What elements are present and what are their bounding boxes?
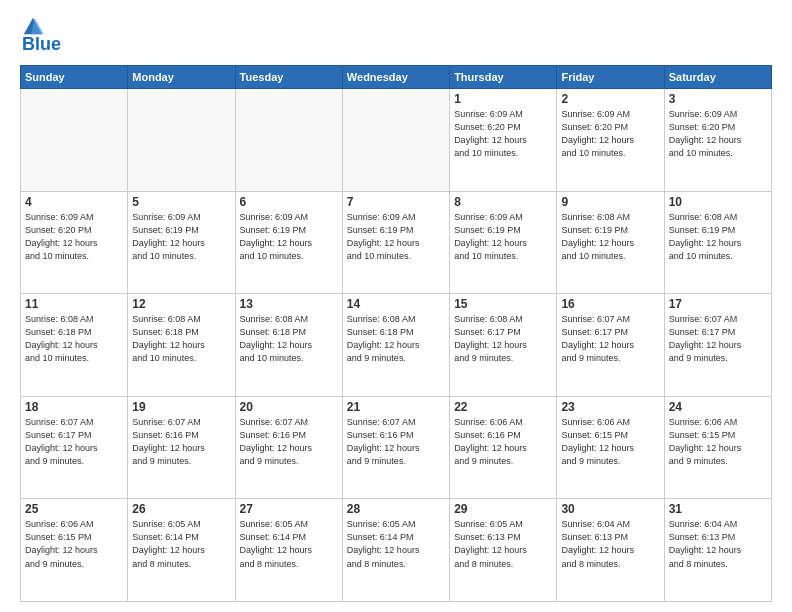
weekday-header: Wednesday [342, 66, 449, 89]
calendar-day: 10Sunrise: 6:08 AM Sunset: 6:19 PM Dayli… [664, 191, 771, 294]
day-info: Sunrise: 6:07 AM Sunset: 6:16 PM Dayligh… [132, 416, 230, 468]
day-info: Sunrise: 6:09 AM Sunset: 6:19 PM Dayligh… [454, 211, 552, 263]
day-number: 1 [454, 92, 552, 106]
day-number: 2 [561, 92, 659, 106]
day-number: 13 [240, 297, 338, 311]
day-info: Sunrise: 6:08 AM Sunset: 6:19 PM Dayligh… [561, 211, 659, 263]
day-number: 25 [25, 502, 123, 516]
calendar-day: 25Sunrise: 6:06 AM Sunset: 6:15 PM Dayli… [21, 499, 128, 602]
calendar-day: 26Sunrise: 6:05 AM Sunset: 6:14 PM Dayli… [128, 499, 235, 602]
weekday-header: Tuesday [235, 66, 342, 89]
day-info: Sunrise: 6:08 AM Sunset: 6:17 PM Dayligh… [454, 313, 552, 365]
calendar-week: 1Sunrise: 6:09 AM Sunset: 6:20 PM Daylig… [21, 89, 772, 192]
calendar-day: 28Sunrise: 6:05 AM Sunset: 6:14 PM Dayli… [342, 499, 449, 602]
calendar-week: 4Sunrise: 6:09 AM Sunset: 6:20 PM Daylig… [21, 191, 772, 294]
calendar-day: 13Sunrise: 6:08 AM Sunset: 6:18 PM Dayli… [235, 294, 342, 397]
day-number: 17 [669, 297, 767, 311]
calendar-header: SundayMondayTuesdayWednesdayThursdayFrid… [21, 66, 772, 89]
calendar-day [128, 89, 235, 192]
calendar-day [235, 89, 342, 192]
weekday-header: Saturday [664, 66, 771, 89]
calendar-day: 19Sunrise: 6:07 AM Sunset: 6:16 PM Dayli… [128, 396, 235, 499]
calendar-day [21, 89, 128, 192]
day-info: Sunrise: 6:07 AM Sunset: 6:16 PM Dayligh… [347, 416, 445, 468]
calendar-day: 9Sunrise: 6:08 AM Sunset: 6:19 PM Daylig… [557, 191, 664, 294]
day-info: Sunrise: 6:05 AM Sunset: 6:13 PM Dayligh… [454, 518, 552, 570]
calendar-day: 18Sunrise: 6:07 AM Sunset: 6:17 PM Dayli… [21, 396, 128, 499]
calendar-day: 31Sunrise: 6:04 AM Sunset: 6:13 PM Dayli… [664, 499, 771, 602]
day-info: Sunrise: 6:08 AM Sunset: 6:18 PM Dayligh… [240, 313, 338, 365]
day-number: 18 [25, 400, 123, 414]
header: Blue [20, 16, 772, 55]
calendar-day: 4Sunrise: 6:09 AM Sunset: 6:20 PM Daylig… [21, 191, 128, 294]
calendar-week: 25Sunrise: 6:06 AM Sunset: 6:15 PM Dayli… [21, 499, 772, 602]
day-info: Sunrise: 6:06 AM Sunset: 6:15 PM Dayligh… [561, 416, 659, 468]
day-info: Sunrise: 6:07 AM Sunset: 6:17 PM Dayligh… [561, 313, 659, 365]
weekday-header: Thursday [450, 66, 557, 89]
day-number: 4 [25, 195, 123, 209]
day-number: 14 [347, 297, 445, 311]
day-info: Sunrise: 6:09 AM Sunset: 6:20 PM Dayligh… [561, 108, 659, 160]
day-info: Sunrise: 6:04 AM Sunset: 6:13 PM Dayligh… [561, 518, 659, 570]
day-number: 7 [347, 195, 445, 209]
calendar-day: 12Sunrise: 6:08 AM Sunset: 6:18 PM Dayli… [128, 294, 235, 397]
day-number: 15 [454, 297, 552, 311]
day-info: Sunrise: 6:09 AM Sunset: 6:19 PM Dayligh… [347, 211, 445, 263]
day-info: Sunrise: 6:08 AM Sunset: 6:18 PM Dayligh… [132, 313, 230, 365]
day-number: 31 [669, 502, 767, 516]
calendar-day: 11Sunrise: 6:08 AM Sunset: 6:18 PM Dayli… [21, 294, 128, 397]
calendar-day: 29Sunrise: 6:05 AM Sunset: 6:13 PM Dayli… [450, 499, 557, 602]
day-number: 6 [240, 195, 338, 209]
calendar-day: 7Sunrise: 6:09 AM Sunset: 6:19 PM Daylig… [342, 191, 449, 294]
calendar-day: 30Sunrise: 6:04 AM Sunset: 6:13 PM Dayli… [557, 499, 664, 602]
calendar-day: 6Sunrise: 6:09 AM Sunset: 6:19 PM Daylig… [235, 191, 342, 294]
calendar-week: 18Sunrise: 6:07 AM Sunset: 6:17 PM Dayli… [21, 396, 772, 499]
calendar-day [342, 89, 449, 192]
weekday-header: Friday [557, 66, 664, 89]
day-number: 8 [454, 195, 552, 209]
day-number: 24 [669, 400, 767, 414]
calendar-day: 2Sunrise: 6:09 AM Sunset: 6:20 PM Daylig… [557, 89, 664, 192]
day-info: Sunrise: 6:08 AM Sunset: 6:19 PM Dayligh… [669, 211, 767, 263]
day-number: 29 [454, 502, 552, 516]
day-number: 5 [132, 195, 230, 209]
calendar-day: 14Sunrise: 6:08 AM Sunset: 6:18 PM Dayli… [342, 294, 449, 397]
calendar-table: SundayMondayTuesdayWednesdayThursdayFrid… [20, 65, 772, 602]
weekday-header: Sunday [21, 66, 128, 89]
calendar-day: 21Sunrise: 6:07 AM Sunset: 6:16 PM Dayli… [342, 396, 449, 499]
calendar-day: 15Sunrise: 6:08 AM Sunset: 6:17 PM Dayli… [450, 294, 557, 397]
day-number: 12 [132, 297, 230, 311]
calendar-day: 8Sunrise: 6:09 AM Sunset: 6:19 PM Daylig… [450, 191, 557, 294]
day-info: Sunrise: 6:05 AM Sunset: 6:14 PM Dayligh… [347, 518, 445, 570]
calendar-day: 3Sunrise: 6:09 AM Sunset: 6:20 PM Daylig… [664, 89, 771, 192]
calendar-day: 5Sunrise: 6:09 AM Sunset: 6:19 PM Daylig… [128, 191, 235, 294]
day-number: 23 [561, 400, 659, 414]
day-info: Sunrise: 6:09 AM Sunset: 6:20 PM Dayligh… [454, 108, 552, 160]
day-number: 30 [561, 502, 659, 516]
logo-blue: Blue [22, 34, 61, 55]
day-number: 16 [561, 297, 659, 311]
day-number: 3 [669, 92, 767, 106]
day-info: Sunrise: 6:09 AM Sunset: 6:19 PM Dayligh… [132, 211, 230, 263]
day-info: Sunrise: 6:08 AM Sunset: 6:18 PM Dayligh… [25, 313, 123, 365]
day-number: 11 [25, 297, 123, 311]
calendar-page: Blue SundayMondayTuesdayWednesdayThursda… [0, 0, 792, 612]
day-info: Sunrise: 6:08 AM Sunset: 6:18 PM Dayligh… [347, 313, 445, 365]
day-info: Sunrise: 6:07 AM Sunset: 6:17 PM Dayligh… [25, 416, 123, 468]
day-info: Sunrise: 6:09 AM Sunset: 6:20 PM Dayligh… [669, 108, 767, 160]
day-info: Sunrise: 6:06 AM Sunset: 6:15 PM Dayligh… [669, 416, 767, 468]
day-number: 28 [347, 502, 445, 516]
calendar-body: 1Sunrise: 6:09 AM Sunset: 6:20 PM Daylig… [21, 89, 772, 602]
calendar-day: 20Sunrise: 6:07 AM Sunset: 6:16 PM Dayli… [235, 396, 342, 499]
day-info: Sunrise: 6:05 AM Sunset: 6:14 PM Dayligh… [240, 518, 338, 570]
weekday-row: SundayMondayTuesdayWednesdayThursdayFrid… [21, 66, 772, 89]
calendar-day: 27Sunrise: 6:05 AM Sunset: 6:14 PM Dayli… [235, 499, 342, 602]
calendar-day: 24Sunrise: 6:06 AM Sunset: 6:15 PM Dayli… [664, 396, 771, 499]
day-number: 20 [240, 400, 338, 414]
calendar-day: 1Sunrise: 6:09 AM Sunset: 6:20 PM Daylig… [450, 89, 557, 192]
day-number: 27 [240, 502, 338, 516]
day-info: Sunrise: 6:09 AM Sunset: 6:20 PM Dayligh… [25, 211, 123, 263]
day-info: Sunrise: 6:06 AM Sunset: 6:16 PM Dayligh… [454, 416, 552, 468]
day-info: Sunrise: 6:09 AM Sunset: 6:19 PM Dayligh… [240, 211, 338, 263]
logo: Blue [20, 16, 61, 55]
